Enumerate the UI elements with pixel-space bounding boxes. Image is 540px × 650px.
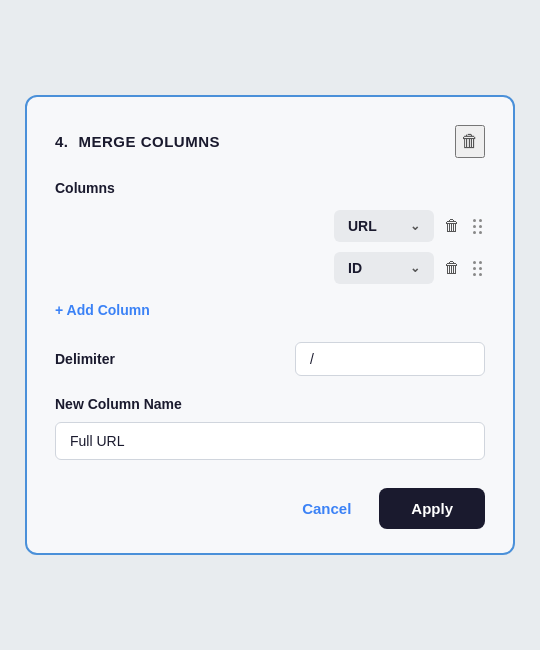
add-column-button[interactable]: + Add Column bbox=[55, 298, 150, 322]
drag-handle-id[interactable] bbox=[470, 258, 485, 279]
card-header: 4. MERGE COLUMNS 🗑 bbox=[55, 125, 485, 158]
column-row-id: ID ⌄ 🗑 bbox=[55, 252, 485, 284]
column-row-url: URL ⌄ 🗑 bbox=[55, 210, 485, 242]
column-value-url: URL bbox=[348, 218, 377, 234]
delete-card-button[interactable]: 🗑 bbox=[455, 125, 485, 158]
delimiter-label: Delimiter bbox=[55, 351, 115, 367]
chevron-down-icon: ⌄ bbox=[410, 219, 420, 233]
card-title-text: MERGE COLUMNS bbox=[79, 133, 221, 150]
delete-column-url-button[interactable]: 🗑 bbox=[442, 213, 462, 239]
column-select-id[interactable]: ID ⌄ bbox=[334, 252, 434, 284]
delete-column-id-button[interactable]: 🗑 bbox=[442, 255, 462, 281]
cancel-button[interactable]: Cancel bbox=[286, 490, 367, 527]
card-footer: Cancel Apply bbox=[55, 488, 485, 529]
delimiter-input[interactable] bbox=[295, 342, 485, 376]
card-title: 4. MERGE COLUMNS bbox=[55, 133, 220, 150]
new-column-name-input[interactable] bbox=[55, 422, 485, 460]
merge-columns-card: 4. MERGE COLUMNS 🗑 Columns URL ⌄ 🗑 bbox=[25, 95, 515, 555]
drag-handle-url[interactable] bbox=[470, 216, 485, 237]
delimiter-row: Delimiter bbox=[55, 342, 485, 376]
columns-section: Columns URL ⌄ 🗑 ID ⌄ 🗑 bbox=[55, 180, 485, 284]
column-value-id: ID bbox=[348, 260, 362, 276]
new-column-name-section: New Column Name bbox=[55, 396, 485, 460]
column-select-url[interactable]: URL ⌄ bbox=[334, 210, 434, 242]
columns-label: Columns bbox=[55, 180, 485, 196]
new-column-name-label: New Column Name bbox=[55, 396, 485, 412]
apply-button[interactable]: Apply bbox=[379, 488, 485, 529]
step-number: 4. bbox=[55, 133, 69, 150]
chevron-down-icon: ⌄ bbox=[410, 261, 420, 275]
